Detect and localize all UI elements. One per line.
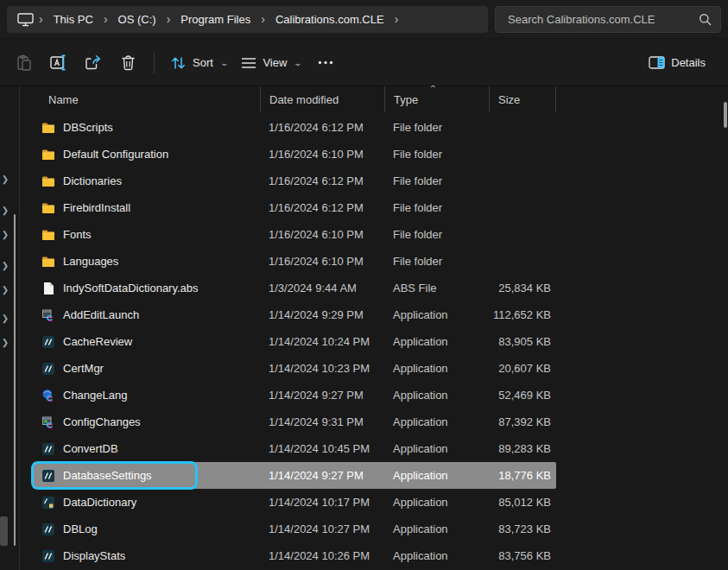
breadcrumb-chevron-icon: ›	[391, 12, 402, 26]
column-header-type[interactable]: ⌃ Type	[384, 86, 489, 112]
app-globe-icon: CC	[41, 389, 55, 402]
tree-expand-icon[interactable]: ❯	[0, 313, 10, 325]
app-slash-icon	[41, 522, 55, 536]
file-size: 83,723 KB	[489, 522, 556, 535]
file-date-modified: 1/14/2024 9:31 PM	[260, 415, 384, 428]
file-row[interactable]: DBScripts 1/16/2024 6:12 PM File folder	[33, 114, 556, 141]
file-row[interactable]: CC AddEditLaunch 1/14/2024 9:29 PM Appli…	[33, 301, 556, 328]
file-date-modified: 1/16/2024 6:12 PM	[260, 174, 384, 187]
file-row[interactable]: DataDictionary 1/14/2024 10:17 PM Applic…	[33, 489, 556, 516]
file-size: 112,652 KB	[489, 308, 556, 321]
file-date-modified: 1/16/2024 6:10 PM	[260, 255, 384, 268]
column-header-name[interactable]: Name	[33, 86, 260, 112]
breadcrumb-chevron-icon: ›	[35, 12, 47, 26]
paste-icon	[16, 54, 32, 72]
see-more-button[interactable]	[308, 48, 343, 79]
file-size: 18,776 KB	[489, 469, 556, 482]
view-icon	[241, 57, 256, 69]
address-bar: › This PC › OS (C:) › Program Files › Ca…	[0, 0, 728, 39]
file-row[interactable]: ConvertDB 1/14/2024 10:45 PM Application…	[33, 435, 556, 462]
file-row[interactable]: CC ConfigChanges 1/14/2024 9:31 PM Appli…	[33, 408, 556, 435]
tree-expand-icon[interactable]: ❯	[0, 260, 10, 272]
file-date-modified: 1/14/2024 10:27 PM	[260, 522, 384, 535]
view-button[interactable]: View ⌄	[234, 48, 308, 79]
breadcrumb[interactable]: › This PC › OS (C:) › Program Files › Ca…	[7, 6, 488, 33]
file-row[interactable]: Default Configuration 1/16/2024 6:10 PM …	[33, 141, 556, 168]
file-type: Application	[384, 335, 489, 348]
folder-icon	[41, 121, 55, 135]
file-date-modified: 1/14/2024 10:24 PM	[260, 335, 384, 348]
file-size: 83,905 KB	[489, 335, 556, 348]
file-name: ConfigChanges	[63, 415, 141, 428]
svg-text:C: C	[47, 393, 53, 402]
column-header-size[interactable]: Size	[489, 86, 556, 112]
file-name: ChangeLang	[63, 389, 127, 402]
file-type: Application	[384, 389, 489, 402]
file-row[interactable]: Languages 1/16/2024 6:10 PM File folder	[33, 248, 556, 275]
file-row[interactable]: DatabaseSettings 1/14/2024 9:27 PM Appli…	[33, 462, 556, 489]
details-button[interactable]: Details	[642, 48, 712, 79]
file-row[interactable]: CacheReview 1/14/2024 10:24 PM Applicati…	[33, 328, 556, 355]
file-type: File folder	[384, 121, 489, 134]
search-input[interactable]	[508, 13, 699, 26]
breadcrumb-program-files[interactable]: Program Files	[174, 13, 257, 26]
file-row[interactable]: Dictionaries 1/16/2024 6:12 PM File fold…	[33, 168, 556, 194]
file-name: DBScripts	[63, 121, 113, 134]
nav-pane-scrollbar[interactable]	[14, 214, 16, 546]
file-size: 52,469 KB	[489, 389, 556, 402]
sort-button[interactable]: Sort ⌄	[163, 48, 234, 79]
file-list-area: Name Date modified ⌃ Type Size DBScripts…	[21, 86, 728, 570]
file-type: File folder	[384, 148, 489, 161]
file-size: 20,607 KB	[489, 362, 556, 375]
paste-button[interactable]	[7, 48, 41, 79]
file-size: 89,283 KB	[489, 442, 556, 455]
file-type: File folder	[384, 201, 489, 214]
file-type: File folder	[384, 174, 489, 187]
file-date-modified: 1/14/2024 9:29 PM	[260, 308, 384, 321]
rename-button[interactable]	[41, 48, 76, 79]
tree-expand-icon[interactable]: ❯	[0, 337, 10, 349]
tree-expand-icon[interactable]: ❯	[0, 205, 10, 217]
file-row[interactable]: CC ChangeLang 1/14/2024 9:27 PM Applicat…	[33, 382, 556, 408]
file-date-modified: 1/14/2024 10:17 PM	[260, 496, 384, 509]
share-icon	[85, 54, 102, 71]
nav-pane-horizontal-scrollbar[interactable]	[0, 516, 8, 546]
app-slash-icon	[41, 335, 55, 349]
file-type: Application	[384, 415, 489, 428]
tree-expand-icon[interactable]: ❯	[0, 284, 10, 296]
folder-icon	[41, 255, 55, 269]
column-header-date-modified[interactable]: Date modified	[260, 86, 384, 112]
file-row[interactable]: FirebirdInstall 1/16/2024 6:12 PM File f…	[33, 194, 556, 221]
command-toolbar: Sort ⌄ View ⌄ Details	[0, 40, 728, 86]
vertical-scrollbar[interactable]	[724, 102, 727, 128]
file-date-modified: 1/16/2024 6:12 PM	[260, 121, 384, 134]
breadcrumb-chevron-icon: ›	[100, 12, 111, 26]
share-button[interactable]	[76, 48, 111, 79]
breadcrumb-this-pc[interactable]: This PC	[47, 13, 100, 26]
file-row[interactable]: Fonts 1/16/2024 6:10 PM File folder	[33, 221, 556, 248]
file-name: DisplayStats	[63, 549, 125, 562]
search-box[interactable]	[495, 6, 721, 33]
file-date-modified: 1/14/2024 10:45 PM	[260, 442, 384, 455]
file-type: File folder	[384, 228, 489, 241]
app-slash-icon	[41, 549, 55, 563]
file-row[interactable]: CertMgr 1/14/2024 10:23 PM Application 2…	[33, 355, 556, 382]
file-row[interactable]: DBLog 1/14/2024 10:27 PM Application 83,…	[33, 516, 556, 542]
file-name: DBLog	[63, 522, 98, 535]
tree-expand-icon[interactable]: ❯	[0, 174, 10, 186]
breadcrumb-current-folder[interactable]: Calibrations.com.CLE	[269, 13, 391, 26]
breadcrumb-os-c[interactable]: OS (C:)	[111, 13, 163, 26]
file-row[interactable]: DisplayStats 1/14/2024 10:26 PM Applicat…	[33, 542, 556, 569]
file-type: Application	[384, 496, 489, 509]
app-slash-cube-icon	[41, 496, 55, 510]
delete-button[interactable]	[111, 48, 145, 79]
file-name: Fonts	[63, 228, 92, 241]
file-row[interactable]: IndySoftDataDictionary.abs 1/3/2024 9:44…	[33, 275, 556, 301]
file-type: Application	[384, 469, 489, 482]
file-date-modified: 1/14/2024 10:26 PM	[260, 549, 384, 562]
file-type: File folder	[384, 255, 489, 268]
file-type: ABS File	[384, 282, 489, 294]
tree-expand-icon[interactable]: ❯	[0, 229, 10, 241]
folder-icon	[41, 228, 55, 242]
search-icon[interactable]	[699, 13, 712, 26]
